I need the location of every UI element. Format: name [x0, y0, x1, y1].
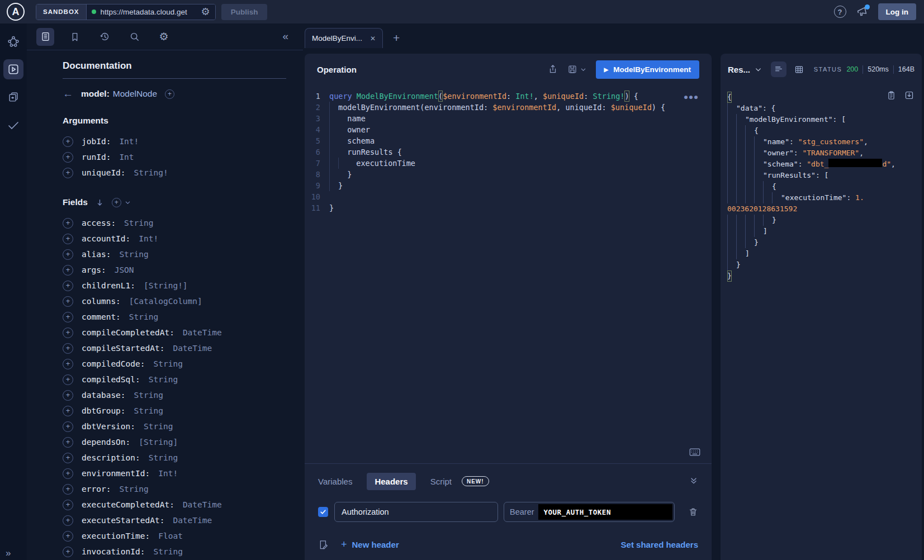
doc-item-name[interactable]: compiledSql:	[82, 375, 140, 384]
settings-gear-icon[interactable]: ⚙	[155, 28, 173, 46]
header-value-input[interactable]: Bearer YOUR_AUTH_TOKEN	[504, 502, 675, 522]
field-item[interactable]: +access:String	[63, 215, 286, 231]
doc-item-name[interactable]: access:	[82, 219, 116, 227]
add-to-operation-icon[interactable]: +	[63, 406, 73, 416]
collapse-panel-icon[interactable]: «	[282, 30, 288, 42]
add-to-operation-icon[interactable]: +	[63, 152, 73, 163]
sort-fields-icon[interactable]	[96, 198, 104, 207]
add-to-operation-icon[interactable]: +	[63, 468, 73, 479]
tab-variables[interactable]: Variables	[318, 477, 352, 486]
doc-item-name[interactable]: args:	[82, 265, 106, 274]
add-to-operation-icon[interactable]: +	[63, 136, 73, 147]
new-header-button[interactable]: + New header	[341, 539, 399, 550]
doc-item-name[interactable]: accountId:	[82, 234, 130, 243]
add-to-operation-icon[interactable]: +	[63, 390, 73, 401]
delete-header-icon[interactable]	[688, 507, 698, 517]
argument-item[interactable]: +runId:Int	[63, 149, 286, 165]
add-to-operation-icon[interactable]: +	[63, 437, 73, 448]
bookmarks-icon[interactable]	[66, 28, 84, 46]
set-shared-headers-link[interactable]: Set shared headers	[621, 540, 698, 549]
endpoint-url-box[interactable]: https://metadata.cloud.get ⚙	[87, 4, 215, 20]
doc-item-name[interactable]: comment:	[82, 312, 121, 321]
add-to-operation-icon[interactable]: +	[63, 218, 73, 229]
share-icon[interactable]	[548, 64, 558, 74]
response-dropdown-chevron-icon[interactable]	[755, 66, 762, 73]
doc-item-name[interactable]: jobId:	[82, 137, 111, 146]
doc-item-name[interactable]: description:	[82, 453, 140, 462]
field-item[interactable]: +comment:String	[63, 309, 286, 325]
back-arrow-icon[interactable]: ←	[63, 88, 73, 100]
field-item[interactable]: +alias:String	[63, 246, 286, 262]
documentation-tab-icon[interactable]	[36, 28, 54, 46]
add-to-operation-icon[interactable]: +	[63, 484, 73, 495]
field-item[interactable]: +compiledSql:String	[63, 372, 286, 387]
run-operation-button[interactable]: ▶ ModelByEnvironment	[596, 60, 699, 79]
endpoint-settings-gear-icon[interactable]: ⚙	[201, 7, 210, 17]
login-button[interactable]: Log in	[878, 3, 917, 20]
sandbox-chip[interactable]: SANDBOX	[36, 4, 87, 20]
add-fields-chevron-icon[interactable]	[125, 200, 131, 206]
history-icon[interactable]	[96, 28, 113, 46]
field-item[interactable]: +executeStartedAt:DateTime	[63, 512, 286, 528]
add-to-operation-icon[interactable]: +	[63, 421, 73, 432]
explorer-icon[interactable]	[3, 59, 23, 79]
keyboard-shortcuts-icon[interactable]	[689, 448, 700, 457]
add-to-operation-icon[interactable]: +	[63, 547, 73, 557]
doc-item-name[interactable]: runId:	[82, 153, 111, 162]
doc-item-name[interactable]: executionTime:	[82, 531, 150, 540]
field-item[interactable]: +childrenL1:[String!]	[63, 278, 286, 293]
add-to-operation-icon[interactable]: +	[63, 234, 73, 244]
apollo-logo[interactable]: A	[7, 3, 25, 21]
argument-item[interactable]: +jobId:Int!	[63, 134, 286, 149]
add-to-operation-icon[interactable]: +	[63, 453, 73, 463]
doc-item-name[interactable]: invocationId:	[82, 547, 145, 556]
field-item[interactable]: +dependsOn:[String]	[63, 434, 286, 450]
collapse-section-icon[interactable]	[689, 476, 698, 485]
breadcrumb-type-link[interactable]: ModelNode	[113, 89, 157, 99]
add-to-operation-icon[interactable]: +	[63, 296, 73, 307]
doc-item-name[interactable]: dbtGroup:	[82, 406, 126, 415]
announcements-megaphone-icon[interactable]	[856, 6, 868, 18]
add-to-operation-icon[interactable]: +	[63, 359, 73, 369]
doc-item-name[interactable]: alias:	[82, 250, 111, 259]
save-icon[interactable]	[567, 64, 577, 74]
field-item[interactable]: +compileCompletedAt:DateTime	[63, 325, 286, 340]
preview-headers-icon[interactable]	[318, 539, 329, 550]
add-to-operation-icon[interactable]: +	[63, 374, 73, 385]
table-view-icon[interactable]	[791, 61, 807, 77]
doc-item-name[interactable]: executeCompletedAt:	[82, 500, 174, 509]
doc-item-name[interactable]: childrenL1:	[82, 281, 135, 290]
add-to-operation-icon[interactable]: +	[63, 249, 73, 260]
tab-script[interactable]: Script	[430, 477, 452, 486]
field-item[interactable]: +executeCompletedAt:DateTime	[63, 497, 286, 512]
doc-item-name[interactable]: dbtVersion:	[82, 422, 135, 431]
add-to-operation-icon[interactable]: +	[63, 265, 73, 276]
field-item[interactable]: +invocationId:String	[63, 544, 286, 559]
doc-item-name[interactable]: uniqueId:	[82, 168, 126, 177]
add-to-operation-icon[interactable]: +	[63, 168, 73, 178]
field-item[interactable]: +args:JSON	[63, 262, 286, 278]
field-item[interactable]: +description:String	[63, 450, 286, 466]
field-item[interactable]: +dbtVersion:String	[63, 419, 286, 434]
header-name-input[interactable]: Authorization	[334, 502, 498, 522]
field-item[interactable]: +database:String	[63, 387, 286, 403]
doc-item-name[interactable]: compiledCode:	[82, 359, 145, 368]
graphql-editor[interactable]: 1query ModelByEnvironment($environmentId…	[305, 85, 712, 464]
field-item[interactable]: +compiledCode:String	[63, 356, 286, 372]
close-tab-icon[interactable]: ✕	[370, 35, 376, 42]
help-icon[interactable]: ?	[834, 6, 846, 18]
copy-response-icon[interactable]	[887, 91, 896, 100]
field-item[interactable]: +error:String	[63, 481, 286, 497]
doc-item-name[interactable]: columns:	[82, 297, 121, 306]
add-to-operation-icon[interactable]: +	[63, 281, 73, 291]
doc-item-name[interactable]: error:	[82, 485, 111, 493]
endpoint-url[interactable]: https://metadata.cloud.get	[101, 8, 197, 16]
download-response-icon[interactable]	[904, 91, 914, 100]
field-item[interactable]: +compileStartedAt:DateTime	[63, 340, 286, 356]
add-all-fields-icon[interactable]: +	[165, 89, 174, 99]
argument-item[interactable]: +uniqueId:String!	[63, 165, 286, 181]
new-tab-icon[interactable]: +	[393, 31, 400, 45]
doc-item-name[interactable]: database:	[82, 391, 126, 400]
doc-item-name[interactable]: executeStartedAt:	[82, 516, 164, 525]
publish-button[interactable]: Publish	[221, 4, 268, 20]
